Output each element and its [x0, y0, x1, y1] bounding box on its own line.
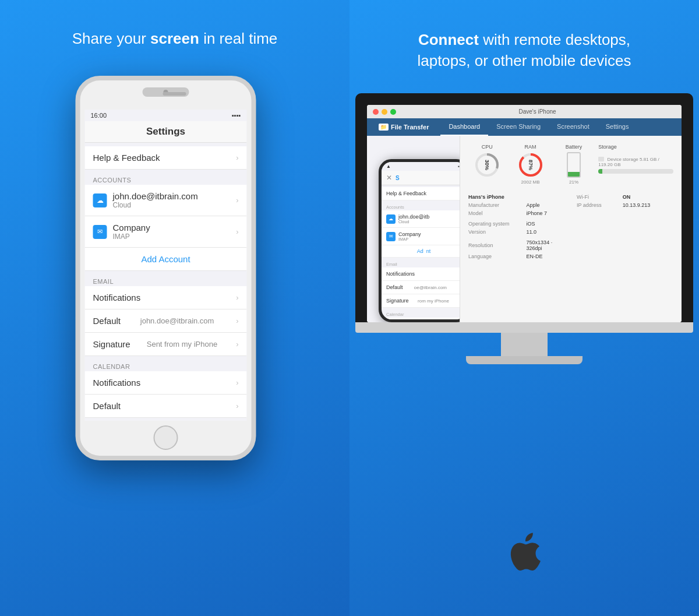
tab-screen-sharing[interactable]: Screen Sharing — [488, 118, 549, 136]
phone-row-notifications[interactable]: Notifications › — [85, 286, 247, 309]
fp-add-account[interactable]: Ad nt — [382, 245, 460, 258]
brand-icon: 📁 — [379, 124, 389, 131]
fp-chevron-icon: › — [460, 234, 460, 239]
fp-wifi-icon: ▲ — [386, 164, 391, 169]
fp-row-account1[interactable]: ☁ john.doe@itb Cloud › — [382, 210, 460, 228]
account2-name: Company — [113, 223, 150, 233]
imac-stand-base — [466, 356, 582, 364]
info-key-ip: IP address — [577, 201, 623, 209]
fp-account2-sub: IMAP — [398, 237, 421, 241]
fp-row-sig[interactable]: Signature rom my iPhone › — [382, 294, 460, 308]
phone-row-cal-default[interactable]: Default › — [85, 395, 247, 418]
tab-settings[interactable]: Settings — [598, 118, 637, 136]
info-key-resolution: Resolution — [468, 238, 527, 252]
fp-row-account2[interactable]: ✉ Company IMAP › — [382, 228, 460, 245]
brand-label: File Transfer — [391, 124, 429, 131]
battery-top — [571, 152, 576, 153]
cpu-gauge: 30% — [474, 152, 500, 178]
cpu-value: 30% — [484, 160, 490, 170]
fp-notif-label: Notifications — [386, 271, 415, 277]
imac-nav: 📁 File Transfer Dashboard Screen Sharing… — [367, 118, 682, 136]
dash-metrics: CPU 30% — [468, 144, 673, 185]
fp-title: S — [396, 175, 400, 181]
ram-sub: 2002 MB — [511, 179, 549, 185]
traffic-light-yellow[interactable] — [382, 109, 387, 115]
wifi-info-table: Wi-Fi ON IP address 10.13.9.213 — [577, 193, 673, 209]
phone-nav-bar: Settings — [85, 121, 247, 143]
chevron-icon: › — [236, 402, 238, 410]
floating-phone-screen: ▲ ▪▪ ✕ S Help & Feedback — [382, 162, 460, 319]
fp-close-button[interactable]: ✕ — [386, 174, 392, 182]
add-account-button[interactable]: Add Account — [85, 248, 247, 271]
info-key-model: Model — [468, 209, 527, 217]
info-row: Model iPhone 7 — [468, 209, 565, 217]
fp-chevron-icon: › — [460, 191, 460, 196]
info-key-language: Language — [468, 252, 527, 261]
imac-nav-tabs: Dashboard Screen Sharing Screenshot Sett… — [440, 118, 637, 136]
ram-gauge: 87% — [518, 152, 543, 178]
battery-metric: Battery 21% — [555, 144, 592, 185]
info-row: Manufacturer Apple — [468, 201, 565, 209]
phone-time: 16:00 — [91, 112, 107, 119]
imac-mockup: Dave's iPhone 📁 File Transfer Dashboard … — [350, 93, 699, 364]
imac-dashboard: CPU 30% — [460, 136, 682, 322]
chevron-icon: › — [236, 196, 238, 205]
fp-row-notif[interactable]: Notifications › — [382, 267, 460, 281]
tab-screenshot[interactable]: Screenshot — [549, 118, 598, 136]
info-val-os: iOS — [527, 220, 565, 228]
account2-sub: IMAP — [113, 233, 150, 241]
phone-row-account1[interactable]: ☁ john.doe@itbrain.com Cloud › — [85, 185, 247, 216]
chevron-icon: › — [236, 378, 238, 387]
floating-phone: ▲ ▪▪ ✕ S Help & Feedback — [379, 159, 460, 322]
info-row: Operating system iOS — [468, 220, 565, 228]
phone-section-email: Email — [85, 274, 247, 286]
phone-row-account2[interactable]: ✉ Company IMAP › — [85, 216, 247, 248]
storage-fill — [598, 169, 602, 174]
imac-titlebar: Dave's iPhone — [367, 105, 682, 118]
fp-default-label: Default — [386, 284, 403, 290]
info-val-manufacturer: Apple — [527, 201, 565, 209]
fp-section-accounts: Accounts — [382, 202, 460, 210]
nav-brand: 📁 File Transfer — [373, 119, 435, 135]
traffic-light-red[interactable] — [373, 109, 379, 115]
tab-dashboard[interactable]: Dashboard — [440, 118, 488, 136]
left-headline: Share your screen in real time — [72, 29, 278, 49]
fp-sig-detail: rom my iPhone — [418, 298, 449, 304]
device-info-right: Wi-Fi ON IP address 10.13.9.213 — [577, 193, 673, 261]
iphone-outer: 16:00 ▪▪▪▪ Settings Help & Feedback › Ac… — [76, 76, 256, 460]
phone-row-default[interactable]: Default john.doe@itbrain.com › — [85, 309, 247, 333]
fp-row-cal-notif[interactable]: Notifications › — [382, 318, 460, 319]
fp-row-help[interactable]: Help & Feedback › — [382, 187, 460, 200]
chevron-icon: › — [236, 340, 238, 349]
ram-metric: RAM 87% 2002 MB — [511, 144, 549, 185]
phone-nav-title: Settings — [92, 126, 240, 138]
info-val-resolution: 750x1334 · 326dpi — [527, 238, 565, 252]
info-val-language: EN-DE — [527, 252, 565, 261]
phone-row-label-help: Help & Feedback — [93, 153, 160, 163]
imac-phone-mirror: ▲ ▪▪ ✕ S Help & Feedback — [367, 136, 460, 322]
phone-row-cal-notifications[interactable]: Notifications › — [85, 371, 247, 395]
default-detail: john.doe@itbrain.com — [140, 316, 214, 325]
iphone-speaker — [163, 92, 186, 96]
storage-legend: Device storage 5.81 GB / 119.20 GB — [598, 157, 673, 167]
cpu-label: CPU — [468, 144, 506, 150]
fp-section-cal: Calendar — [382, 309, 460, 318]
phone-signal: ▪▪▪▪ — [232, 112, 241, 119]
imac-screen-outer: Dave's iPhone 📁 File Transfer Dashboard … — [355, 93, 693, 322]
phone-row-help[interactable]: Help & Feedback › — [85, 146, 247, 170]
cpu-metric: CPU 30% — [468, 144, 506, 185]
notifications-label: Notifications — [93, 293, 141, 302]
info-val-wifi: ON — [623, 193, 673, 201]
chevron-icon: › — [236, 153, 238, 162]
imac-content: ▲ ▪▪ ✕ S Help & Feedback — [367, 136, 682, 322]
battery-value: 21% — [555, 179, 592, 185]
iphone-mockup: 16:00 ▪▪▪▪ Settings Help & Feedback › Ac… — [76, 76, 256, 460]
traffic-light-green[interactable] — [390, 109, 396, 115]
fp-section-email: Email — [382, 259, 460, 267]
info-key-os: Operating system — [468, 220, 527, 228]
fp-row-default[interactable]: Default oe@itbrain.com › — [382, 281, 460, 294]
iphone-home-button[interactable] — [154, 425, 178, 450]
storage-label: Storage — [598, 144, 673, 150]
fp-sig-label: Signature — [386, 298, 409, 304]
phone-row-signature[interactable]: Signature Sent from my iPhone › — [85, 333, 247, 356]
